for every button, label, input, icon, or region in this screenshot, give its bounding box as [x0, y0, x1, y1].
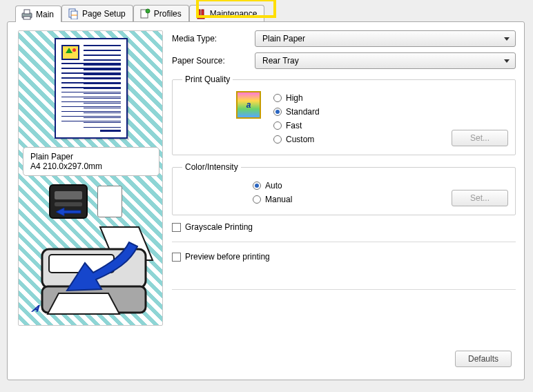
paper-status: Plain Paper A4 210.0x297.0mm — [23, 147, 159, 176]
print-quality-group: Print Quality a High Standard Fast Custo… — [172, 75, 516, 155]
svg-rect-7 — [198, 10, 200, 17]
cassette-icon — [49, 184, 88, 219]
preview-checkbox[interactable]: Preview before printing — [172, 252, 516, 262]
status-size: A4 210.0x297.0mm — [30, 161, 152, 171]
tab-profiles-label: Profiles — [154, 9, 182, 19]
blank-page-icon — [97, 186, 122, 217]
tabstrip: Main Page Setup Profiles Maintenance — [7, 3, 526, 21]
svg-point-6 — [146, 9, 150, 13]
svg-text:A: A — [31, 304, 42, 313]
tab-page-setup[interactable]: Page Setup — [61, 5, 133, 21]
printer-icon — [21, 9, 32, 20]
radio-custom[interactable]: Custom — [273, 135, 320, 144]
defaults-button[interactable]: Defaults — [455, 351, 512, 367]
color-set-button[interactable]: Set... — [452, 190, 508, 206]
page-setup-icon — [68, 8, 79, 19]
paper-source-label: Paper Source: — [172, 56, 255, 66]
profiles-icon — [139, 8, 151, 19]
svg-marker-14 — [48, 293, 119, 314]
color-intensity-legend: Color/Intensity — [182, 162, 241, 172]
photo-icon — [61, 45, 79, 60]
svg-rect-8 — [202, 10, 204, 17]
divider — [172, 242, 516, 242]
tab-maintenance[interactable]: Maintenance — [189, 5, 265, 21]
color-intensity-group: Color/Intensity Auto Manual Set... — [172, 162, 516, 215]
maintenance-icon — [195, 8, 206, 19]
left-preview-area: Plain Paper A4 210.0x297.0mm — [18, 30, 163, 326]
tab-page-setup-label: Page Setup — [82, 9, 126, 19]
radio-standard[interactable]: Standard — [273, 107, 320, 117]
quality-sample-icon: a — [236, 91, 261, 119]
main-panel: Plain Paper A4 210.0x297.0mm — [7, 21, 525, 380]
page-preview — [55, 38, 128, 139]
radio-high[interactable]: High — [273, 93, 320, 103]
text-lines-full-icon — [61, 63, 121, 124]
checkbox-icon — [172, 223, 181, 232]
chevron-down-icon — [504, 37, 510, 41]
radio-fast[interactable]: Fast — [273, 121, 320, 130]
tab-main[interactable]: Main — [15, 6, 61, 22]
paper-source-value: Rear Tray — [262, 56, 299, 66]
media-type-value: Plain Paper — [262, 34, 305, 43]
checkbox-icon — [172, 253, 181, 262]
media-type-dropdown[interactable]: Plain Paper — [255, 30, 516, 47]
chevron-down-icon — [504, 59, 510, 63]
tab-profiles[interactable]: Profiles — [133, 5, 189, 21]
paper-source-dropdown[interactable]: Rear Tray — [255, 52, 516, 69]
grayscale-checkbox[interactable]: Grayscale Printing — [172, 222, 516, 232]
print-quality-legend: Print Quality — [182, 75, 233, 84]
svg-rect-2 — [23, 17, 30, 19]
radio-manual[interactable]: Manual — [253, 195, 292, 204]
tab-maintenance-label: Maintenance — [210, 9, 258, 19]
divider — [172, 289, 516, 290]
svg-rect-9 — [197, 17, 204, 19]
quality-set-button[interactable]: Set... — [452, 130, 508, 146]
status-media: Plain Paper — [30, 152, 152, 161]
media-type-label: Media Type: — [172, 34, 255, 43]
radio-auto[interactable]: Auto — [253, 181, 292, 190]
tab-main-label: Main — [36, 10, 54, 19]
underline-icon — [100, 130, 121, 132]
cassette-row — [49, 184, 122, 219]
printer-illustration: A — [19, 223, 162, 325]
svg-rect-1 — [24, 10, 30, 14]
